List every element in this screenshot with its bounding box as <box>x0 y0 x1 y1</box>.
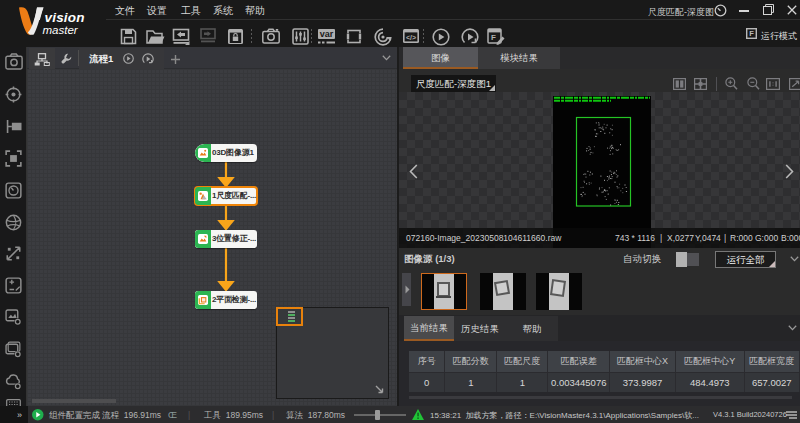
svg-text:master: master <box>43 24 79 36</box>
svg-text:</>: </> <box>406 34 416 41</box>
svg-text:var: var <box>320 29 334 39</box>
svg-text:F: F <box>491 33 496 42</box>
svg-text:F: F <box>749 29 754 38</box>
